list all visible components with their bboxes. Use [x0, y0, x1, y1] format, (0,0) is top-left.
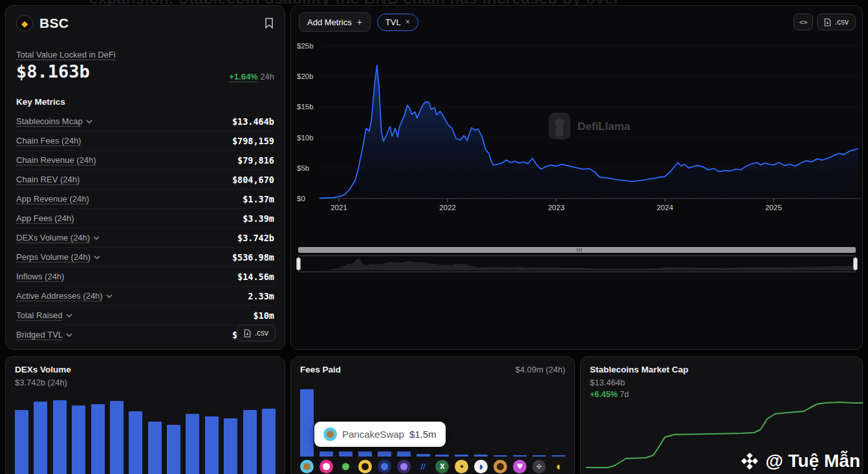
- add-metrics-button[interactable]: Add Metrics +: [299, 12, 371, 32]
- protocol-icon-5[interactable]: [378, 460, 391, 473]
- sidebar-csv-button[interactable]: .csv: [237, 325, 276, 341]
- metric-row[interactable]: Chain Fees (24h)$798,159: [16, 131, 274, 151]
- protocol-icon-11[interactable]: [494, 460, 507, 473]
- fee-bar[interactable]: [513, 455, 526, 457]
- metric-row[interactable]: Inflows (24h)$14.56m: [16, 267, 274, 286]
- dexs-subtitle: $3.742b (24h): [15, 378, 276, 387]
- metric-value: $79,816: [237, 155, 274, 166]
- protocol-icon-4[interactable]: [358, 460, 372, 473]
- metric-label[interactable]: Chain Revenue (24h): [16, 155, 96, 165]
- fee-bar[interactable]: [339, 451, 353, 457]
- metric-label[interactable]: Chain REV (24h): [16, 175, 80, 184]
- svg-text:2021: 2021: [331, 204, 347, 211]
- embed-button[interactable]: <>: [794, 14, 812, 30]
- fee-bar[interactable]: [358, 451, 372, 457]
- svg-text:$5b: $5b: [297, 164, 309, 172]
- file-icon: [824, 18, 831, 27]
- metric-label[interactable]: DEXs Volume (24h): [16, 233, 100, 242]
- svg-text:$25b: $25b: [297, 42, 314, 50]
- metric-row[interactable]: Chain Revenue (24h)$79,816: [16, 151, 274, 170]
- bookmark-icon[interactable]: [264, 17, 274, 29]
- tvl-change: +1.64% 24h: [229, 72, 274, 81]
- fee-bar[interactable]: [320, 451, 333, 457]
- fee-bar[interactable]: [494, 455, 507, 457]
- tvl-change-period: 24h: [260, 72, 274, 81]
- volume-bar[interactable]: [224, 418, 237, 474]
- fee-bar[interactable]: [397, 451, 411, 457]
- chevron-down-icon: [66, 314, 72, 318]
- metric-label[interactable]: Perps Volume (24h): [16, 252, 100, 262]
- tooltip-protocol-name: PancakeSwap: [342, 429, 404, 440]
- fee-bar[interactable]: [552, 455, 565, 457]
- fee-bar[interactable]: [417, 454, 430, 457]
- metric-label[interactable]: Total Raised: [16, 310, 72, 320]
- fee-bar[interactable]: [455, 455, 468, 457]
- volume-bar[interactable]: [186, 414, 199, 474]
- fee-bar[interactable]: [532, 455, 546, 457]
- scrollbar-grip-icon[interactable]: [577, 248, 581, 252]
- brush-handle-left[interactable]: [296, 257, 301, 270]
- metric-row[interactable]: DEXs Volume (24h)$3.742b: [16, 228, 274, 248]
- tvl-metric-pill[interactable]: TVL ×: [377, 14, 418, 31]
- protocol-icon-7[interactable]: //: [417, 460, 430, 473]
- tvl-change-pct[interactable]: +1.64%: [229, 72, 257, 81]
- brush-handle-right[interactable]: [853, 257, 858, 270]
- metric-row[interactable]: Active Addresses (24h)2.33m: [16, 286, 274, 306]
- volume-bar[interactable]: [15, 410, 28, 474]
- metric-row[interactable]: Total Raised$10m: [16, 306, 274, 325]
- metric-label[interactable]: Active Addresses (24h): [16, 291, 113, 301]
- protocol-icon-9[interactable]: ✦: [455, 460, 468, 473]
- metric-label[interactable]: Inflows (24h): [16, 272, 64, 281]
- tvl-label[interactable]: Total Value Locked in DeFi: [16, 50, 116, 59]
- dexs-title: DEXs Volume: [15, 365, 276, 374]
- metric-value: $1.37m: [243, 194, 274, 204]
- metric-label[interactable]: Stablecoins Mcap: [16, 116, 92, 126]
- metric-label[interactable]: Chain Fees (24h): [16, 136, 81, 145]
- volume-bar[interactable]: [243, 410, 257, 474]
- bsc-logo-icon: ◆: [16, 15, 33, 32]
- fee-bar[interactable]: [435, 455, 449, 457]
- protocol-icon-10[interactable]: ◗: [474, 460, 488, 473]
- fee-bar[interactable]: [378, 451, 391, 457]
- volume-bar[interactable]: [262, 409, 276, 474]
- volume-bar[interactable]: [148, 422, 162, 474]
- protocol-icon-2[interactable]: [320, 460, 333, 473]
- tvl-area-chart[interactable]: $0$5b$10b$15b$20b$25b2021202220232024202…: [291, 32, 863, 245]
- volume-bar[interactable]: [53, 400, 67, 474]
- protocol-icon-13[interactable]: ✣: [532, 460, 546, 473]
- binance-diamond-icon: [740, 451, 759, 471]
- fee-bar[interactable]: [300, 389, 314, 457]
- volume-bar[interactable]: [72, 405, 85, 474]
- metric-row[interactable]: Perps Volume (24h)$536.98m: [16, 248, 274, 267]
- metric-value: 2.33m: [248, 291, 274, 301]
- protocol-icon-14[interactable]: ◖: [552, 460, 565, 473]
- metric-value: $13.464b: [232, 116, 274, 127]
- protocol-icon-3[interactable]: [339, 460, 353, 473]
- volume-bar[interactable]: [129, 411, 142, 474]
- metric-label[interactable]: App Fees (24h): [16, 213, 74, 223]
- protocol-icon-8[interactable]: X: [435, 460, 449, 473]
- volume-bar[interactable]: [91, 404, 105, 474]
- fee-bar[interactable]: [474, 455, 488, 457]
- time-range-brush[interactable]: [298, 255, 856, 272]
- volume-bar[interactable]: [34, 402, 47, 474]
- chart-csv-button[interactable]: .csv: [817, 14, 856, 30]
- metric-row[interactable]: Chain REV (24h)$804,670: [16, 170, 274, 189]
- metric-label[interactable]: Bridged TVL: [16, 330, 72, 339]
- volume-bar[interactable]: [110, 401, 124, 474]
- chart-scrollbar[interactable]: [298, 247, 856, 253]
- metric-row[interactable]: Bridged TVL$55.692b: [16, 325, 274, 344]
- pancakeswap-icon[interactable]: [300, 460, 314, 473]
- volume-bar[interactable]: [167, 425, 180, 474]
- metric-row[interactable]: App Revenue (24h)$1.37m: [16, 189, 274, 209]
- protocol-icon-6[interactable]: [397, 460, 411, 473]
- brush-minichart: [299, 258, 854, 270]
- metric-row[interactable]: Stablecoins Mcap$13.464b: [16, 112, 274, 131]
- svg-text:$0: $0: [297, 195, 305, 202]
- metric-row[interactable]: App Fees (24h)$3.39m: [16, 209, 274, 228]
- close-icon[interactable]: ×: [406, 17, 410, 27]
- volume-bar[interactable]: [205, 416, 219, 474]
- chain-name: BSC: [39, 16, 69, 31]
- protocol-icon-12[interactable]: Ψ: [513, 460, 526, 473]
- metric-label[interactable]: App Revenue (24h): [16, 194, 89, 204]
